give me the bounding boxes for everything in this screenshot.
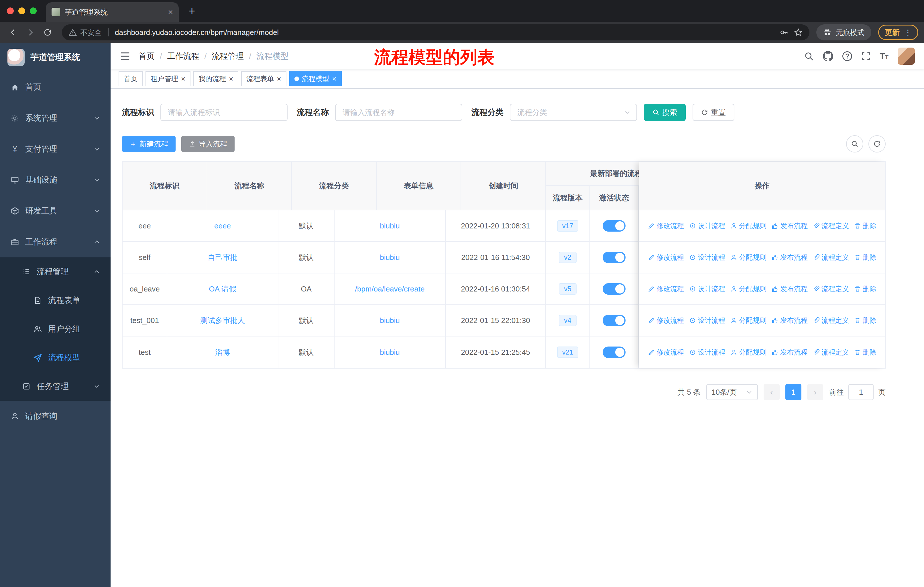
fullscreen-icon[interactable] (861, 51, 870, 61)
edit-action-link[interactable]: 修改流程 (648, 316, 684, 325)
sidebar-item-process-management[interactable]: 流程管理 (0, 257, 111, 286)
goto-page-input[interactable] (848, 384, 874, 400)
minimize-window-button[interactable] (18, 7, 25, 14)
sidebar-item-process-form[interactable]: 流程表单 (0, 286, 111, 315)
import-process-button[interactable]: 导入流程 (181, 136, 234, 152)
edit-action-link[interactable]: 修改流程 (648, 348, 684, 357)
search-icon[interactable] (804, 51, 814, 61)
form-info-link[interactable]: /bpm/oa/leave/create (355, 284, 425, 293)
show-search-toggle-button[interactable] (846, 135, 863, 152)
design-action-link[interactable]: 设计流程 (689, 221, 725, 230)
edit-action-link[interactable]: 修改流程 (648, 221, 684, 230)
edit-action-link[interactable]: 修改流程 (648, 253, 684, 262)
search-button[interactable]: 搜索 (644, 104, 686, 121)
publish-action-link[interactable]: 发布流程 (772, 253, 808, 262)
publish-action-link[interactable]: 发布流程 (772, 221, 808, 230)
tag-process-form[interactable]: 流程表单× (241, 71, 286, 86)
tab-close-icon[interactable]: × (168, 8, 173, 17)
definition-action-link[interactable]: 流程定义 (813, 348, 849, 357)
forward-button[interactable] (23, 25, 38, 40)
sidebar-item-workflow[interactable]: 工作流程 (0, 227, 111, 257)
delete-action-link[interactable]: 删除 (854, 348, 876, 357)
font-size-icon[interactable]: TT (879, 51, 888, 61)
delete-action-link[interactable]: 删除 (854, 316, 876, 325)
prev-page-button[interactable]: ‹ (764, 384, 780, 400)
process-name-input[interactable] (335, 104, 462, 121)
help-icon[interactable]: ? (842, 51, 852, 61)
publish-action-link[interactable]: 发布流程 (772, 284, 808, 293)
definition-action-link[interactable]: 流程定义 (813, 253, 849, 262)
publish-action-link[interactable]: 发布流程 (772, 348, 808, 357)
assign-action-link[interactable]: 分配规则 (730, 284, 766, 293)
next-page-button[interactable]: › (807, 384, 823, 400)
design-action-link[interactable]: 设计流程 (689, 316, 725, 325)
definition-action-link[interactable]: 流程定义 (813, 221, 849, 230)
tag-close-icon[interactable]: × (181, 75, 185, 83)
process-category-select[interactable]: 流程分类 (510, 104, 637, 121)
form-info-link[interactable]: biubiu (380, 253, 399, 262)
tag-close-icon[interactable]: × (332, 75, 337, 83)
new-tab-button[interactable]: + (185, 3, 200, 18)
form-info-link[interactable]: biubiu (380, 348, 399, 357)
form-info-link[interactable]: biubiu (380, 222, 399, 230)
process-name-link[interactable]: 滔博 (215, 347, 230, 357)
tag-close-icon[interactable]: × (229, 75, 233, 83)
password-key-icon[interactable] (780, 28, 788, 37)
browser-tab[interactable]: 芋道管理系统 × (46, 2, 179, 22)
active-toggle[interactable] (602, 220, 625, 231)
process-name-link[interactable]: eeee (214, 222, 231, 230)
sidebar-item-user-group[interactable]: 用户分组 (0, 315, 111, 343)
process-name-link[interactable]: OA 请假 (209, 284, 236, 294)
delete-action-link[interactable]: 删除 (854, 253, 876, 262)
breadcrumb-item[interactable]: 流程管理 (212, 51, 244, 62)
sidebar-item-system[interactable]: 系统管理 (0, 103, 111, 134)
design-action-link[interactable]: 设计流程 (689, 348, 725, 357)
bookmark-star-icon[interactable] (794, 28, 803, 37)
tag-process-model[interactable]: 流程模型× (289, 71, 342, 86)
tag-close-icon[interactable]: × (277, 75, 281, 83)
delete-action-link[interactable]: 删除 (854, 284, 876, 293)
update-button[interactable]: 更新 ⋮ (878, 25, 918, 40)
back-button[interactable] (6, 25, 21, 40)
page-size-select[interactable]: 10条/页 (706, 384, 758, 400)
sidebar-item-leave-query[interactable]: 请假查询 (0, 401, 111, 432)
zoom-window-button[interactable] (30, 7, 37, 14)
assign-action-link[interactable]: 分配规则 (730, 253, 766, 262)
reload-button[interactable] (40, 25, 55, 40)
sidebar-item-home[interactable]: 首页 (0, 72, 111, 103)
delete-action-link[interactable]: 删除 (854, 221, 876, 230)
incognito-profile-chip[interactable]: 无痕模式 (816, 24, 871, 40)
sidebar-item-process-model[interactable]: 流程模型 (0, 343, 111, 372)
github-icon[interactable] (823, 51, 833, 61)
sidebar-item-payment[interactable]: ¥ 支付管理 (0, 134, 111, 165)
process-name-link[interactable]: 测试多审批人 (200, 316, 245, 326)
page-1-button[interactable]: 1 (785, 384, 802, 400)
definition-action-link[interactable]: 流程定义 (813, 316, 849, 325)
breadcrumb-item[interactable]: 工作流程 (167, 51, 200, 62)
process-name-link[interactable]: 自己审批 (208, 253, 238, 263)
reset-button[interactable]: 重置 (693, 104, 734, 121)
form-info-link[interactable]: biubiu (380, 316, 399, 325)
tag-tenant-management[interactable]: 租户管理× (145, 71, 190, 86)
assign-action-link[interactable]: 分配规则 (730, 221, 766, 230)
active-toggle[interactable] (602, 283, 625, 294)
breadcrumb-item[interactable]: 首页 (139, 51, 155, 62)
edit-action-link[interactable]: 修改流程 (648, 284, 684, 293)
refresh-table-button[interactable] (868, 135, 886, 152)
definition-action-link[interactable]: 流程定义 (813, 284, 849, 293)
active-toggle[interactable] (602, 251, 625, 263)
active-toggle[interactable] (602, 315, 625, 326)
assign-action-link[interactable]: 分配规则 (730, 316, 766, 325)
url-bar[interactable]: 不安全 dashboard.yudao.iocoder.cn/bpm/manag… (62, 24, 809, 40)
sidebar-item-devtools[interactable]: 研发工具 (0, 195, 111, 227)
active-toggle[interactable] (602, 347, 625, 358)
sidebar-item-task-management[interactable]: 任务管理 (0, 372, 111, 401)
design-action-link[interactable]: 设计流程 (689, 284, 725, 293)
hamburger-icon[interactable] (120, 51, 130, 62)
publish-action-link[interactable]: 发布流程 (772, 316, 808, 325)
process-key-input[interactable] (160, 104, 287, 121)
create-process-button[interactable]: ＋ 新建流程 (122, 136, 176, 152)
design-action-link[interactable]: 设计流程 (689, 253, 725, 262)
tag-home[interactable]: 首页 (119, 71, 143, 86)
assign-action-link[interactable]: 分配规则 (730, 348, 766, 357)
